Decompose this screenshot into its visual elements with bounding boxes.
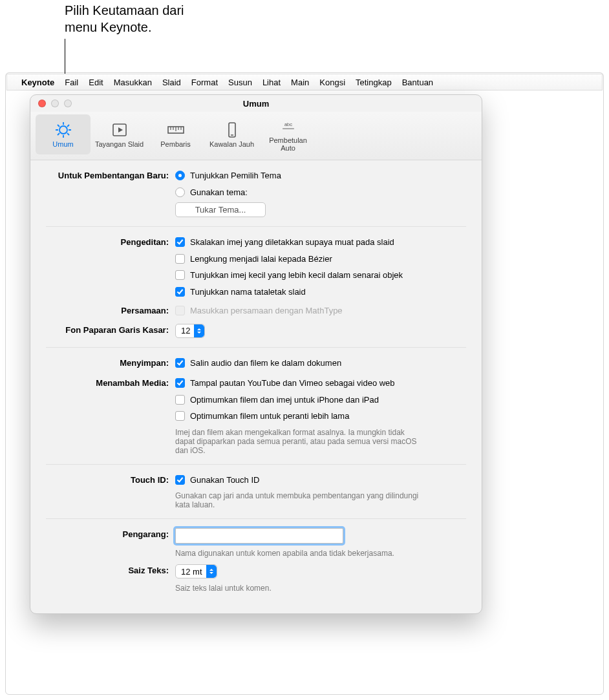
play-icon — [110, 121, 129, 139]
tab-pembaris-label: Pembaris — [160, 140, 190, 148]
menu-bantuan[interactable]: Bantuan — [402, 78, 433, 87]
label-adding-media: Menambah Media: — [46, 377, 175, 388]
label-author: Pengarang: — [46, 528, 175, 539]
stepper-arrows-icon — [206, 565, 217, 578]
checkbox-indicator — [175, 254, 185, 264]
checkbox-indicator — [175, 287, 185, 297]
check-copy-media-label: Salin audio dan filem ke dalam dokumen — [190, 357, 341, 370]
checkbox-indicator — [175, 237, 185, 247]
tab-umum[interactable]: Umum — [36, 114, 91, 154]
touch-id-note: Gunakan cap jari anda untuk membuka pemb… — [175, 491, 421, 509]
prefs-toolbar: Umum Tayangan Slaid Pembaris Kawalan Jau… — [30, 112, 482, 160]
window-title: Umum — [30, 99, 482, 109]
check-scale-images-label: Skalakan imej yang diletakkan supaya mua… — [190, 236, 394, 249]
menu-edit[interactable]: Edit — [89, 78, 103, 87]
prefs-pane: Untuk Pembentangan Baru: Tunjukkan Pemil… — [30, 160, 482, 613]
check-curves-bezier-label: Lengkung menjadi lalai kepada Bézier — [190, 253, 332, 266]
tab-pembetulan-label: Pembetulan Auto — [262, 136, 314, 152]
preferences-window: Umum Umum Tayangan Slaid Pembaris Kawal — [30, 94, 482, 614]
check-mathtype: Masukkan persamaan dengan MathType — [175, 304, 466, 317]
tab-kawalan-label: Kawalan Jauh — [209, 140, 254, 148]
radio-indicator — [175, 187, 185, 197]
check-touch-id-label: Gunakan Touch ID — [190, 474, 259, 487]
author-note: Nama digunakan untuk komen apabila anda … — [175, 549, 421, 558]
svg-line-8 — [58, 133, 59, 135]
label-outline-font: Fon Paparan Garis Kasar: — [46, 324, 175, 335]
select-outline-font-value: 12 — [181, 326, 190, 335]
select-text-size-value: 12 mt — [181, 567, 202, 577]
ruler-icon — [166, 121, 186, 139]
svg-text:abc: abc — [284, 122, 292, 127]
radio-indicator — [175, 171, 185, 180]
tab-kawalan-jauh[interactable]: Kawalan Jauh — [204, 114, 259, 154]
select-text-size[interactable]: 12 mt — [175, 564, 217, 578]
svg-line-7 — [67, 125, 69, 127]
menu-fail[interactable]: Fail — [65, 78, 78, 87]
radio-show-theme-chooser[interactable]: Tunjukkan Pemilih Tema — [175, 169, 466, 182]
radio-use-theme[interactable]: Gunakan tema: — [175, 186, 466, 199]
menubar: Keynote Fail Edit Masukkan Slaid Format … — [6, 74, 603, 90]
text-size-note: Saiz teks lalai untuk komen. — [175, 584, 421, 593]
check-optimize-old-label: Optimumkan filem untuk peranti lebih lam… — [190, 410, 349, 423]
radio-use-theme-label: Gunakan tema: — [190, 186, 248, 199]
phone-icon — [222, 121, 242, 139]
abc-icon: abc — [279, 117, 298, 135]
check-copy-media[interactable]: Salin audio dan filem ke dalam dokumen — [175, 357, 466, 370]
check-use-touch-id[interactable]: Gunakan Touch ID — [175, 474, 466, 487]
stepper-arrows-icon — [194, 324, 204, 337]
check-paste-web-video[interactable]: Tampal pautan YouTube dan Vimeo sebagai … — [175, 377, 466, 390]
label-new-presentation: Untuk Pembentangan Baru: — [46, 169, 175, 180]
callout-line — [65, 39, 65, 78]
tab-umum-label: Umum — [52, 140, 73, 148]
check-paste-web-label: Tampal pautan YouTube dan Vimeo sebagai … — [190, 377, 395, 390]
checkbox-indicator — [175, 270, 185, 280]
media-note: Imej dan filem akan mengekalkan format a… — [175, 428, 421, 455]
menu-lihat[interactable]: Lihat — [262, 78, 281, 87]
svg-marker-10 — [118, 127, 123, 133]
menu-masukkan[interactable]: Masukkan — [114, 78, 152, 87]
svg-line-5 — [58, 125, 59, 127]
check-optimize-old[interactable]: Optimumkan filem untuk peranti lebih lam… — [175, 410, 466, 423]
menu-kongsi[interactable]: Kongsi — [319, 78, 345, 87]
menu-slaid[interactable]: Slaid — [162, 78, 181, 87]
callout-text: Pilih Keutamaan dari menu Keynote. — [65, 2, 184, 36]
tab-tayangan-label: Tayangan Slaid — [95, 140, 144, 148]
checkbox-indicator — [175, 475, 185, 485]
check-mathtype-label: Masukkan persamaan dengan MathType — [190, 304, 343, 317]
menu-main[interactable]: Main — [291, 78, 309, 87]
check-small-thumbs-label: Tunjukkan imej kecil yang lebih kecil da… — [190, 269, 403, 282]
checkbox-indicator — [175, 378, 185, 388]
change-theme-button[interactable]: Tukar Tema... — [175, 202, 266, 217]
check-small-thumbs[interactable]: Tunjukkan imej kecil yang lebih kecil da… — [175, 269, 466, 282]
check-curves-bezier[interactable]: Lengkung menjadi lalai kepada Bézier — [175, 253, 466, 266]
menu-keynote[interactable]: Keynote — [21, 78, 54, 87]
check-optimize-ios-label: Optimumkan filem dan imej untuk iPhone d… — [190, 394, 379, 407]
menu-format[interactable]: Format — [191, 78, 218, 87]
select-outline-font-size[interactable]: 12 — [175, 324, 205, 338]
label-editing: Pengeditan: — [46, 236, 175, 247]
svg-line-6 — [67, 133, 69, 135]
tab-tayangan-slaid[interactable]: Tayangan Slaid — [92, 114, 147, 154]
svg-point-0 — [59, 126, 67, 134]
check-layout-names-label: Tunjukkan nama tataletak slaid — [190, 286, 306, 299]
checkbox-indicator — [175, 411, 185, 421]
checkbox-indicator — [175, 395, 185, 405]
radio-show-chooser-label: Tunjukkan Pemilih Tema — [190, 169, 281, 182]
tab-pembetulan-auto[interactable]: abc Pembetulan Auto — [261, 114, 315, 154]
author-field[interactable] — [175, 528, 343, 544]
checkbox-indicator — [175, 358, 185, 368]
check-optimize-ios[interactable]: Optimumkan filem dan imej untuk iPhone d… — [175, 394, 466, 407]
label-text-size: Saiz Teks: — [46, 564, 175, 575]
menu-tetingkap[interactable]: Tetingkap — [356, 78, 392, 87]
checkbox-indicator — [175, 306, 185, 315]
menu-susun[interactable]: Susun — [228, 78, 252, 87]
check-layout-names[interactable]: Tunjukkan nama tataletak slaid — [175, 286, 466, 299]
gear-icon — [54, 121, 73, 139]
tab-pembaris[interactable]: Pembaris — [148, 114, 203, 154]
label-touch-id: Touch ID: — [46, 474, 175, 485]
label-saving: Menyimpan: — [46, 357, 175, 368]
titlebar: Umum — [30, 95, 482, 112]
label-equations: Persamaan: — [46, 304, 175, 315]
check-scale-images[interactable]: Skalakan imej yang diletakkan supaya mua… — [175, 236, 466, 249]
